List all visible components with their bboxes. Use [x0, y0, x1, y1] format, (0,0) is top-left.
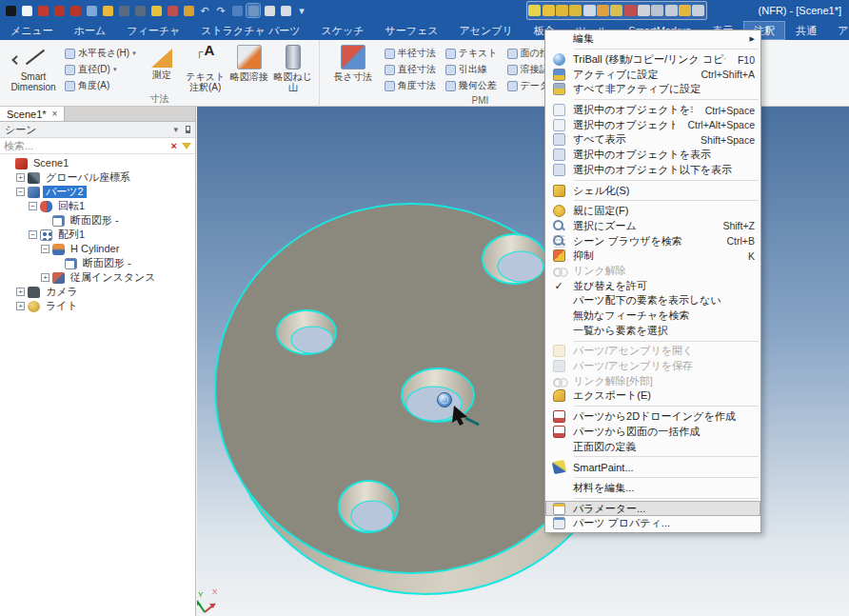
ribbon-button-角度寸法[interactable]: 角度寸法: [385, 79, 436, 92]
ribbon-button-テキスト[interactable]: テキスト: [445, 47, 498, 60]
tree-item-従属インスタンス[interactable]: +従属インスタンス: [0, 270, 195, 285]
menu-item-TriBall (移動/コピー/リンク コピー)[interactable]: TriBall (移動/コピー/リンク コピー)F10: [545, 52, 760, 68]
pin-icon[interactable]: [186, 126, 190, 133]
menu-item-リンク解除[interactable]: リンク解除: [545, 264, 760, 279]
menu-item-パーツから2Dドローイングを作成[interactable]: パーツから2Dドローイングを作成: [545, 409, 760, 425]
tab-アドオン[interactable]: アドオン: [827, 21, 849, 40]
tree-item-配列1[interactable]: −配列1: [0, 228, 195, 242]
menu-item-パーツ/アセンブリを開く[interactable]: パーツ/アセンブリを開く: [545, 344, 760, 359]
menu-item-エクスポート(E)[interactable]: エクスポート(E): [545, 388, 760, 404]
ribbon-button-角度(A)[interactable]: 角度(A): [65, 79, 136, 92]
menu-item-選択中のオブジェクトを非表示[interactable]: 選択中のオブジェクトを非表示Ctrl+Space: [545, 103, 760, 118]
tab-スケッチ[interactable]: スケッチ: [310, 21, 374, 40]
export-doc-1-icon[interactable]: [52, 4, 66, 17]
tree-item-グローバル座標系[interactable]: +グローバル座標系: [0, 170, 195, 185]
menu-item-正面図の定義[interactable]: 正面図の定義: [545, 439, 760, 454]
expand-icon[interactable]: +: [41, 273, 49, 282]
menu-item-アクティブに設定[interactable]: アクティブに設定Ctrl+Shift+A: [545, 67, 760, 82]
tree-item-断面図形 -[interactable]: 断面図形 -: [0, 213, 195, 228]
smart-dimension-button[interactable]: Smart Dimension: [6, 43, 61, 92]
menu-item-パーツから図面の一括作成[interactable]: パーツから図面の一括作成: [545, 425, 760, 440]
smartpaint-icon[interactable]: [149, 4, 163, 17]
undo-icon[interactable]: ↶: [198, 4, 211, 17]
menu-item-シーン ブラウザを検索[interactable]: シーン ブラウザを検索Ctrl+B: [545, 233, 760, 248]
tree-item-ライト[interactable]: +ライト: [0, 299, 195, 313]
redo-icon[interactable]: ↷: [214, 4, 227, 17]
insert-image-icon[interactable]: [85, 4, 98, 17]
export-tool-icon[interactable]: [679, 5, 691, 16]
zoom-search-icon[interactable]: [651, 5, 663, 16]
shell-tool-icon[interactable]: [556, 5, 568, 16]
save-all-icon[interactable]: [133, 4, 147, 17]
chevron-down-icon[interactable]: ▾: [173, 125, 178, 134]
open-folder-icon[interactable]: [101, 4, 114, 17]
menu-item-選択にズーム[interactable]: 選択にズームShift+Z: [545, 219, 760, 234]
new-document-icon[interactable]: [20, 4, 33, 17]
length-dimension-button[interactable]: 長さ寸法: [326, 43, 381, 92]
tree-item-H Cylinder[interactable]: −H Cylinder: [0, 242, 195, 256]
menu-item-シェル化(S)[interactable]: シェル化(S): [545, 183, 760, 198]
snap-grid-icon[interactable]: [247, 4, 260, 17]
menu-item-親に固定(F)[interactable]: 親に固定(F): [545, 204, 760, 219]
flange-hole-left[interactable]: [277, 310, 336, 354]
menu-item-選択中のオブジェクト以外を非表示[interactable]: 選択中のオブジェクト以外を非表示Ctrl+Alt+Space: [545, 117, 760, 132]
ribbon-button-引出線[interactable]: 引出線: [445, 63, 498, 76]
tree-item-パーツ2[interactable]: −パーツ2: [0, 185, 195, 199]
tab-ホーム[interactable]: ホーム: [64, 21, 117, 40]
menu-item-パーツ プロパティ...[interactable]: パーツ プロパティ...: [545, 516, 760, 531]
flange-hole-top[interactable]: [483, 234, 545, 284]
table-icon[interactable]: [279, 4, 292, 17]
menu-item-すべて表示[interactable]: すべて表示Shift+Space: [545, 132, 760, 148]
ribbon-button-測定[interactable]: 測定: [140, 43, 184, 92]
menu-item-編集[interactable]: 編集▶: [545, 31, 760, 47]
open-drawing-icon[interactable]: [36, 4, 49, 17]
expand-icon[interactable]: +: [16, 173, 25, 182]
surface-box-icon[interactable]: [583, 5, 596, 16]
shrinkwrap-icon[interactable]: [543, 5, 555, 16]
sheet-icon[interactable]: [263, 4, 276, 17]
collapse-icon[interactable]: −: [16, 188, 25, 196]
menu-item-無効なフィーチャを検索[interactable]: 無効なフィーチャを検索: [545, 308, 760, 324]
menu-item-リンク解除[外部][interactable]: リンク解除[外部]: [545, 373, 760, 388]
tab-メニュー[interactable]: メニュー: [0, 21, 64, 40]
document-tab-scene1[interactable]: Scene1* ×: [0, 107, 65, 121]
export-doc-2-icon[interactable]: [69, 4, 82, 17]
app-logo-icon[interactable]: [4, 4, 17, 17]
ribbon-button-略図ねじ山[interactable]: 略図ねじ山: [271, 43, 315, 92]
ribbon-button-略図溶接[interactable]: 略図溶接: [227, 43, 271, 92]
menu-item-材料を編集...[interactable]: 材料を編集...: [545, 481, 760, 496]
bom-table-icon[interactable]: [692, 5, 704, 16]
expand-icon[interactable]: +: [16, 288, 25, 296]
ribbon-button-水平長さ(H)[interactable]: 水平長さ(H)▾: [65, 47, 136, 60]
search-input[interactable]: 検索...: [4, 139, 167, 153]
menu-item-パーツ配下の要素を表示しない[interactable]: パーツ配下の要素を表示しない: [545, 293, 760, 308]
tree-item-回転1[interactable]: −回転1: [0, 199, 195, 213]
tab-ストラクチャ パーツ[interactable]: ストラクチャ パーツ: [190, 21, 310, 40]
pencil-eraser-icon[interactable]: [528, 5, 541, 16]
ribbon-button-幾何公差[interactable]: 幾何公差: [445, 79, 498, 92]
collapse-icon[interactable]: −: [29, 202, 37, 210]
tree-item-Scene1[interactable]: Scene1: [0, 156, 195, 170]
collapse-icon[interactable]: −: [29, 230, 37, 239]
tab-共通[interactable]: 共通: [785, 21, 827, 40]
ribbon-button-半径寸法[interactable]: 半径寸法: [385, 47, 436, 60]
tree-search-bar[interactable]: 検索... ×: [0, 138, 195, 154]
filter-icon[interactable]: [182, 143, 191, 149]
tab-フィーチャ[interactable]: フィーチャ: [116, 21, 190, 40]
ribbon-button-テキスト 注釈(A)[interactable]: Aテキスト 注釈(A): [184, 43, 227, 92]
clear-search-icon[interactable]: ×: [171, 140, 177, 151]
web-globe-icon[interactable]: [230, 4, 244, 17]
part-tool-icon[interactable]: [166, 4, 179, 17]
close-tab-icon[interactable]: ×: [52, 109, 58, 119]
catalog-icon[interactable]: [182, 4, 195, 17]
menu-item-パラメーター...[interactable]: パラメーター...: [545, 501, 760, 516]
stack-parts-icon[interactable]: [610, 5, 622, 16]
menu-item-一覧から要素を選択[interactable]: 一覧から要素を選択: [545, 323, 760, 338]
menu-item-SmartPaint...[interactable]: SmartPaint...: [545, 460, 760, 475]
expand-icon[interactable]: +: [16, 302, 25, 310]
menu-item-並び替えを許可[interactable]: ✓並び替えを許可: [545, 278, 760, 293]
menu-item-抑制[interactable]: 抑制K: [545, 248, 760, 264]
find-view-icon[interactable]: [665, 5, 678, 16]
measure-ruler-icon[interactable]: [624, 5, 637, 16]
ghost-part-icon[interactable]: [638, 5, 650, 16]
